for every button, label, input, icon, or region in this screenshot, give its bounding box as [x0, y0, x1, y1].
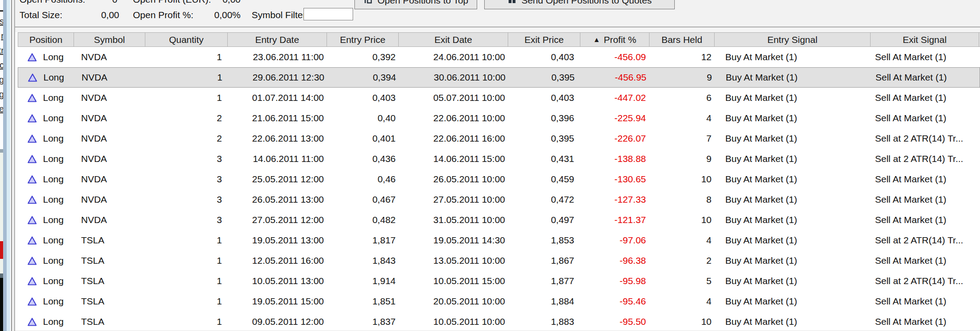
position-label: Long — [43, 276, 64, 286]
entry-price-cell: 0,392 — [327, 47, 399, 67]
column-header-bars-held[interactable]: Bars Held — [649, 33, 715, 46]
exit-date-cell: 22.06.2011 10:00 — [399, 108, 508, 128]
bars-held-cell: 4 — [649, 291, 715, 312]
bars-held-cell: 10 — [649, 312, 715, 330]
entry-price-cell: 0,403 — [327, 88, 399, 108]
exit-price-cell: 1,853 — [508, 230, 580, 250]
profit-pct-cell: -95.50 — [580, 312, 649, 330]
profit-pct-cell: -447.02 — [580, 88, 649, 108]
table-row[interactable]: Long TSLA 1 19.05.2011 13:00 1,817 19.05… — [18, 230, 980, 250]
background-window-black-block — [0, 278, 3, 331]
position-label: Long — [43, 194, 64, 205]
profit-pct-cell: -121.37 — [580, 210, 649, 230]
table-row[interactable]: Long NVDA 1 23.06.2011 11:00 0,392 24.06… — [18, 47, 980, 67]
long-position-icon — [27, 236, 37, 245]
profit-pct-cell: -138.88 — [580, 149, 649, 169]
entry-price-cell: 0,467 — [327, 189, 399, 210]
column-header-position[interactable]: Position — [18, 33, 74, 46]
column-header-exit-price[interactable]: Exit Price — [508, 33, 580, 46]
entry-date-cell: 29.06.2011 12:30 — [228, 68, 327, 87]
table-row[interactable]: Long TSLA 1 10.05.2011 13:00 1,914 10.05… — [18, 271, 980, 291]
exit-signal-cell: Sell at 2 ATR(14) Tr... — [871, 230, 979, 250]
entry-price-cell: 0,482 — [327, 210, 399, 230]
table-row[interactable]: Long NVDA 3 26.05.2011 13:00 0,467 27.05… — [18, 189, 980, 210]
entry-signal-cell: Buy At Market (1) — [715, 169, 871, 189]
column-header-symbol[interactable]: Symbol — [74, 33, 145, 46]
column-header-profit-pct[interactable]: ▲ Profit % — [580, 33, 649, 46]
exit-date-cell: 26.05.2011 10:00 — [399, 169, 508, 189]
table-row[interactable]: Long TSLA 1 19.05.2011 15:00 1,851 20.05… — [18, 291, 980, 312]
quantity-cell: 1 — [145, 88, 228, 108]
entry-date-cell: 25.05.2011 12:00 — [228, 169, 327, 189]
open-positions-value: 0 — [68, 0, 117, 5]
position-label: Long — [43, 72, 64, 83]
entry-signal-cell: Buy At Market (1) — [715, 291, 871, 312]
table-row[interactable]: Long NVDA 3 27.05.2011 12:00 0,482 31.05… — [18, 210, 980, 230]
exit-price-cell: 0,403 — [508, 47, 580, 67]
position-cell: Long — [18, 230, 74, 250]
table-row[interactable]: Long TSLA 1 12.05.2011 16:00 1,843 13.05… — [18, 250, 980, 271]
background-window-sliver-text: _srtrcgge — [0, 0, 3, 117]
column-header-quantity[interactable]: Quantity — [145, 33, 228, 46]
position-cell: Long — [18, 291, 74, 312]
long-position-icon — [27, 135, 37, 143]
total-size-label: Total Size: — [19, 10, 62, 20]
quantity-cell: 1 — [145, 271, 228, 291]
exit-price-cell: 0,395 — [508, 128, 580, 149]
open-positions-to-top-button[interactable]: Open Positions to Top — [354, 0, 477, 9]
symbol-cell: TSLA — [74, 312, 145, 330]
table-row[interactable]: Long NVDA 2 21.06.2011 15:00 0,40 22.06.… — [18, 108, 980, 128]
exit-signal-cell: Sell At Market (1) — [871, 169, 979, 189]
symbol-cell: NVDA — [74, 210, 145, 230]
position-cell: Long — [18, 210, 74, 230]
table-row[interactable]: Long NVDA 2 22.06.2011 13:00 0,401 22.06… — [18, 128, 980, 149]
profit-pct-cell: -95.98 — [580, 271, 649, 291]
entry-date-cell: 19.05.2011 13:00 — [228, 230, 327, 250]
open-profit-eur-value: 0,00 — [183, 0, 241, 5]
summary-toolbar: Open Positions: 0 Open Profit (EUR): 0,0… — [15, 0, 980, 27]
profit-pct-cell: -226.07 — [580, 128, 649, 149]
entry-price-cell: 0,401 — [327, 128, 399, 149]
symbol-cell: NVDA — [74, 88, 145, 108]
profit-pct-cell: -225.94 — [580, 108, 649, 128]
symbol-filter-input[interactable] — [303, 8, 353, 20]
position-cell: Long — [18, 169, 74, 189]
column-header-entry-date[interactable]: Entry Date — [228, 33, 327, 46]
background-window-sliver: _srtrcgge — [0, 0, 3, 331]
send-open-positions-to-quotes-button[interactable]: Send Open Positions to Quotes — [484, 0, 675, 9]
table-row[interactable]: Long NVDA 1 01.07.2011 14:00 0,403 05.07… — [18, 88, 980, 108]
exit-price-cell: 0,396 — [508, 108, 580, 128]
quantity-cell: 1 — [145, 230, 228, 250]
table-row[interactable]: Long TSLA 1 09.05.2011 12:00 1,837 10.05… — [18, 312, 980, 330]
symbol-cell: NVDA — [74, 68, 146, 87]
bars-held-cell: 4 — [649, 230, 715, 250]
entry-price-cell: 1,914 — [327, 271, 399, 291]
long-position-icon — [27, 318, 37, 326]
quantity-cell: 3 — [145, 149, 228, 169]
entry-price-cell: 1,837 — [327, 312, 399, 330]
table-row[interactable]: Long NVDA 3 14.06.2011 11:00 0,436 14.06… — [18, 149, 980, 169]
background-window-red-block — [0, 241, 3, 259]
position-label: Long — [43, 92, 64, 103]
column-header-exit-date[interactable]: Exit Date — [399, 33, 508, 46]
table-row[interactable]: Long NVDA 1 29.06.2011 12:30 0,394 30.06… — [18, 67, 980, 88]
column-header-exit-signal[interactable]: Exit Signal — [871, 33, 979, 46]
column-header-entry-signal[interactable]: Entry Signal — [715, 33, 871, 46]
table-body: Long NVDA 1 23.06.2011 11:00 0,392 24.06… — [15, 47, 980, 330]
exit-date-cell: 27.05.2011 10:00 — [399, 189, 508, 210]
quantity-cell: 2 — [145, 108, 228, 128]
position-label: Long — [43, 215, 64, 225]
position-cell: Long — [18, 189, 74, 210]
long-position-icon — [27, 53, 37, 62]
column-header-entry-price[interactable]: Entry Price — [327, 33, 399, 46]
exit-date-cell: 22.06.2011 16:00 — [399, 128, 508, 149]
long-position-icon — [27, 216, 37, 224]
button-label: Open Positions to Top — [377, 0, 468, 6]
exit-signal-cell: Sell At Market (1) — [871, 250, 979, 271]
grid-header-gap — [15, 27, 980, 32]
exit-price-cell: 1,884 — [508, 291, 580, 312]
bars-held-cell: 8 — [649, 189, 715, 210]
table-row[interactable]: Long NVDA 3 25.05.2011 12:00 0,46 26.05.… — [18, 169, 980, 189]
sort-ascending-icon: ▲ — [593, 36, 600, 43]
long-position-icon — [27, 155, 37, 163]
